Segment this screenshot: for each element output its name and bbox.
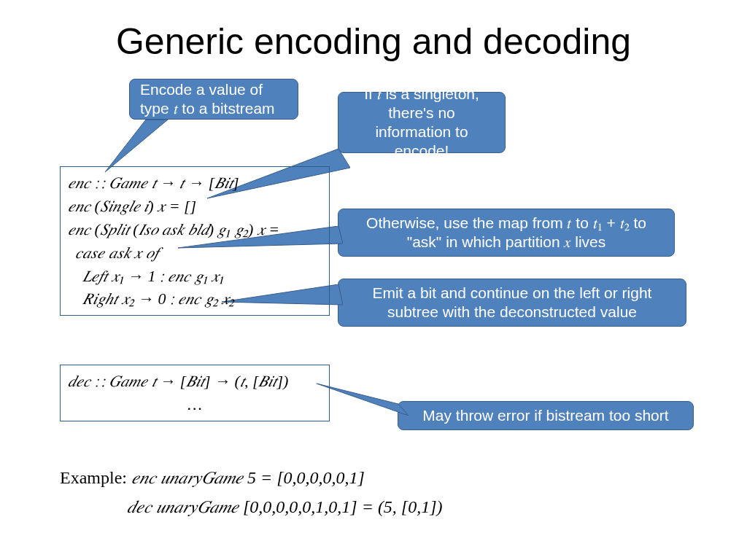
callout-error-hint: May throw error if bistream too short [398, 401, 694, 430]
dec-definition-box: 𝑑𝑒𝑐 ∷ 𝐺𝑎𝑚𝑒 𝑡 → [𝐵𝑖𝑡] → (𝑡, [𝐵𝑖𝑡]) … [60, 365, 330, 421]
slide-title: Generic encoding and decoding [0, 20, 747, 63]
callout-emit-hint: Emit a bit and continue on the left or r… [338, 279, 686, 327]
enc-single-case: 𝑒𝑛𝑐 (𝑆𝑖𝑛𝑔𝑙𝑒 𝑖) 𝑥 = [] [68, 195, 322, 218]
svg-marker-0 [105, 120, 168, 172]
dec-body: … [68, 393, 322, 416]
example-enc: 𝑒𝑛𝑐 𝑢𝑛𝑎𝑟𝑦𝐺𝑎𝑚𝑒 5 = [0,0,0,0,0,1] [131, 468, 365, 487]
enc-split-case: 𝑒𝑛𝑐 (𝑆𝑝𝑙𝑖𝑡 (𝐼𝑠𝑜 𝑎𝑠𝑘 𝑏𝑙𝑑) 𝑔₁ 𝑔₂) 𝑥 = [68, 218, 322, 241]
callout-singleton-hint: If 𝑡 is a singleton, there's no informat… [338, 92, 506, 153]
enc-definition-box: 𝑒𝑛𝑐 ∷ 𝐺𝑎𝑚𝑒 𝑡 → 𝑡 → [𝐵𝑖𝑡] 𝑒𝑛𝑐 (𝑆𝑖𝑛𝑔𝑙𝑒 𝑖) … [60, 166, 330, 316]
dec-signature: 𝑑𝑒𝑐 ∷ 𝐺𝑎𝑚𝑒 𝑡 → [𝐵𝑖𝑡] → (𝑡, [𝐵𝑖𝑡]) [68, 370, 322, 393]
example-label: Example: [60, 468, 127, 487]
enc-left-branch: 𝐿𝑒𝑓𝑡 𝑥₁ → 1 ∶ 𝑒𝑛𝑐 𝑔₁ 𝑥₁ [68, 265, 322, 288]
callout-otherwise-hint: Otherwise, use the map from 𝑡 to 𝑡₁ + 𝑡₂… [338, 209, 675, 257]
example-line-2: 𝑑𝑒𝑐 𝑢𝑛𝑎𝑟𝑦𝐺𝑎𝑚𝑒 [0,0,0,0,0,1,0,1] = (5, [0… [127, 497, 443, 517]
callout-encode-hint: Encode a value of type 𝑡 to a bitstream [129, 79, 298, 120]
enc-signature: 𝑒𝑛𝑐 ∷ 𝐺𝑎𝑚𝑒 𝑡 → 𝑡 → [𝐵𝑖𝑡] [68, 171, 322, 195]
svg-marker-4 [317, 384, 409, 416]
enc-right-branch: 𝑅𝑖𝑔ℎ𝑡 𝑥₂ → 0 ∶ 𝑒𝑛𝑐 𝑔₂ 𝑥₂ [68, 287, 322, 311]
enc-case-of: 𝑐𝑎𝑠𝑒 𝑎𝑠𝑘 𝑥 𝑜𝑓 [68, 241, 322, 265]
example-line-1: Example: 𝑒𝑛𝑐 𝑢𝑛𝑎𝑟𝑦𝐺𝑎𝑚𝑒 5 = [0,0,0,0,0,1] [60, 468, 365, 488]
